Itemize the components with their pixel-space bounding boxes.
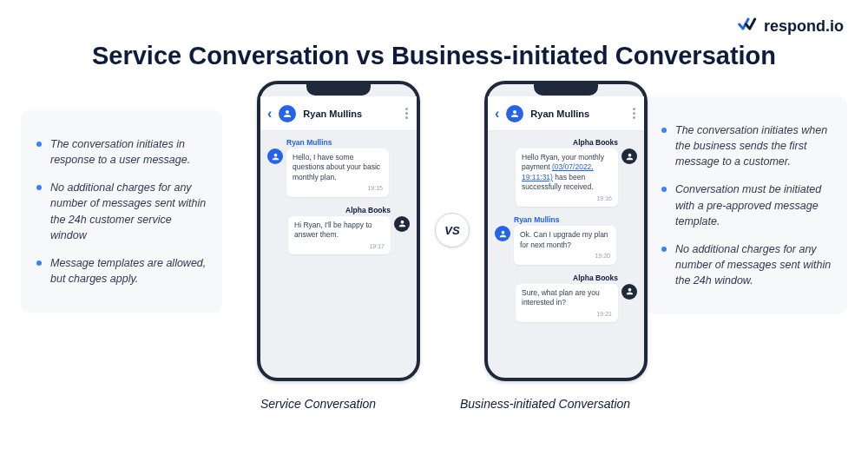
message-user: Ryan Mullins Hello, I have some question… <box>267 138 410 197</box>
message-bubble: Hello, I have some questions about your … <box>286 148 389 197</box>
business-avatar-icon <box>394 216 410 232</box>
service-bullets-card: The conversation initiates in response t… <box>21 110 222 313</box>
message-time: 19:17 <box>294 242 385 250</box>
business-bullets-card: The conversation initiates when the busi… <box>646 96 847 314</box>
phone-notch <box>534 83 598 96</box>
message-business: Alpha Books Hi Ryan, I'll be happy to an… <box>267 206 410 254</box>
message-bubble: Sure, what plan are you interested in? 1… <box>516 284 618 322</box>
bullet-item: Conversation must be initiated with a pr… <box>665 181 832 228</box>
message-business: Alpha Books Sure, what plan are you inte… <box>495 274 637 322</box>
phone-service: ‹ Ryan Mullins Ryan Mullins Hello, I hav… <box>257 81 420 381</box>
message-time: 19:20 <box>520 252 610 260</box>
bullet-item: Message templates are allowed, but charg… <box>40 255 207 287</box>
user-avatar-icon <box>495 226 510 241</box>
message-time: 19:21 <box>522 310 612 318</box>
contact-name: Ryan Mullins <box>303 109 398 119</box>
message-text: Hi Ryan, I'll be happy to answer them. <box>294 221 372 239</box>
message-user: Ryan Mullins Ok. Can I upgrade my plan f… <box>495 215 637 264</box>
phone-business: ‹ Ryan Mullins Alpha Books Hello Ryan, y… <box>484 81 648 381</box>
chat-header: ‹ Ryan Mullins <box>488 96 644 131</box>
brand-logo: respond.io <box>738 16 844 37</box>
bullet-item: No additional charges for any number of … <box>40 180 207 243</box>
message-bubble: Hi Ryan, I'll be happy to answer them. 1… <box>288 216 391 254</box>
message-time: 19:16 <box>522 195 612 202</box>
bullet-item: The conversation initiates when the busi… <box>665 122 832 169</box>
brand-name: respond.io <box>764 17 844 36</box>
user-avatar-icon <box>267 148 283 164</box>
business-avatar-icon <box>621 148 637 164</box>
kebab-menu-icon[interactable] <box>633 108 635 119</box>
bullet-item: The conversation initiates in response t… <box>40 136 207 168</box>
message-business: Alpha Books Hello Ryan, your monthly pay… <box>495 138 637 207</box>
caption-service: Service Conversation <box>260 397 376 411</box>
message-bubble: Ok. Can I upgrade my plan for next month… <box>514 226 616 264</box>
message-sender: Alpha Books <box>345 206 391 214</box>
message-text: Ok. Can I upgrade my plan for next month… <box>520 230 608 248</box>
message-list: Ryan Mullins Hello, I have some question… <box>260 131 417 263</box>
message-sender: Ryan Mullins <box>286 138 332 147</box>
business-avatar-icon <box>621 284 637 300</box>
contact-name: Ryan Mullins <box>530 109 626 119</box>
phone-notch <box>306 83 371 96</box>
message-bubble: Hello Ryan, your monthly payment (03/07/… <box>516 148 618 207</box>
message-text: Sure, what plan are you interested in? <box>522 288 600 307</box>
caption-business: Business-initiated Conversation <box>460 397 630 411</box>
contact-avatar <box>279 105 296 122</box>
back-arrow-icon[interactable]: ‹ <box>267 106 272 122</box>
back-arrow-icon[interactable]: ‹ <box>495 106 499 122</box>
message-sender: Ryan Mullins <box>514 215 559 224</box>
chat-header: ‹ Ryan Mullins <box>260 96 417 131</box>
vs-badge: VS <box>435 213 470 247</box>
message-text: Hello, I have some questions about your … <box>293 153 380 181</box>
contact-avatar <box>506 105 523 122</box>
message-sender: Alpha Books <box>573 138 618 147</box>
message-sender: Alpha Books <box>573 274 618 282</box>
message-list: Alpha Books Hello Ryan, your monthly pay… <box>488 131 644 331</box>
comparison-stage: The conversation initiates in response t… <box>0 81 868 445</box>
kebab-menu-icon[interactable] <box>405 108 408 119</box>
check-pair-icon <box>738 16 759 37</box>
message-time: 19:15 <box>293 184 383 192</box>
bullet-item: No additional charges for any number of … <box>665 241 832 288</box>
